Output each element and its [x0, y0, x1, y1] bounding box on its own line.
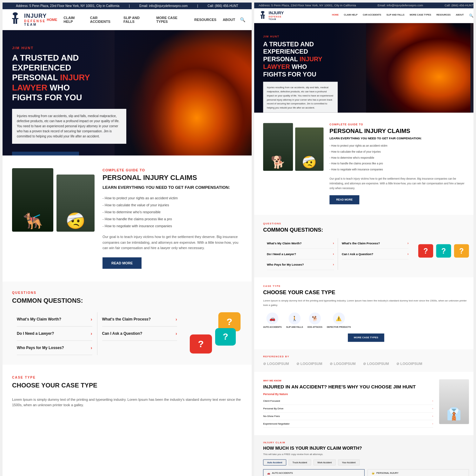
mini-case-defective[interactable]: ⚠️ DEFECTIVE PRODUCTS [327, 313, 351, 328]
mini-q-claim-worth[interactable]: What's My Claim Worth? › [267, 238, 334, 249]
mini-case-dog[interactable]: 🐕 DOG ATTACKS [307, 313, 322, 328]
pi-item-3: How to determine who's responsible [102, 208, 242, 215]
chevron-right-icon: › [175, 331, 177, 336]
hero-title: A TRUSTED AND EXPERIENCEDPERSONAL INJURY… [12, 53, 126, 102]
mini-acc-personal[interactable]: 🤕 PERSONAL INJURY [367, 469, 469, 476]
mini-q-text: Can I Ask a Question? [342, 252, 373, 256]
mini-site: Address: 5 Penn Plaza, 23rd Floor New Yo… [254, 3, 473, 476]
mini-acc-auto[interactable]: 🚗 AUTO ACCIDENTS [263, 469, 365, 476]
mini-nav: INJURY DEFENSE TEAM HOME CLAIM HELP CAR … [254, 8, 473, 23]
mini-read-more-button[interactable]: READ MORE [329, 195, 359, 204]
nav-home[interactable]: HOME [47, 18, 57, 22]
mini-chevron-icon: › [333, 252, 334, 256]
search-icon[interactable]: 🔍 [240, 17, 245, 22]
mini-tab-auto[interactable]: Auto Accident [263, 459, 286, 466]
svg-point-6 [261, 11, 264, 13]
pi-item-4: How to handle the claims process like a … [102, 215, 242, 222]
mini-logo-icon [259, 11, 267, 20]
nav-links: HOME CLAIM HELP CAR ACCIDENTS SLIP AND F… [47, 16, 235, 23]
mini-nav-resources[interactable]: RESOURCES [436, 14, 451, 18]
questions-left-col: What's My Claim Worth? › Do I Need a Law… [12, 312, 97, 355]
chevron-right-icon: › [91, 345, 92, 350]
mini-nav-claim[interactable]: CLAIM HELP [344, 14, 358, 18]
mini-q-text: What's the Claim Process? [342, 242, 380, 245]
mini-hero-title: A TRUSTED AND EXPERIENCEDPERSONAL INJURY… [263, 40, 342, 78]
mini-nav-slip[interactable]: SLIP AND FALLS [387, 14, 405, 18]
chevron-right-icon: › [91, 317, 92, 322]
mini-logo-team: TEAM [269, 18, 276, 21]
mini-q-pays-losses[interactable]: Who Pays for My Losses? › [267, 259, 334, 270]
question-claim-worth[interactable]: What's My Claim Worth? › [17, 312, 92, 327]
mini-case-slip[interactable]: 🚶 SLIP AND FALLS [286, 313, 303, 328]
mini-logo-2: ⊘ LOGOIPSUM [296, 362, 322, 366]
mini-q-text: Who Pays for My Losses? [267, 263, 304, 266]
logo[interactable]: INJURY DEFENSE TEAM [9, 12, 47, 27]
mini-worth-title: HOW MUCH IS YOUR INJURY CLAIM WORTH? [263, 446, 469, 451]
mini-nav-home[interactable]: HOME [332, 14, 339, 18]
mini-jim-quality-4[interactable]: Experienced Negotiator › [263, 420, 433, 428]
svg-rect-2 [12, 18, 18, 19]
mini-case-section: CASE TYPE CHOOSE YOUR CASE TYPE Lorem Ip… [254, 277, 473, 349]
mini-questions-section: QUESTIONS COMMON QUESTIONS: What's My Cl… [254, 215, 473, 277]
mini-tab-truck[interactable]: Truck Accident [288, 459, 311, 466]
mini-jim-content: WHY WE KNOW INJURED IN AN ACCIDENT? HERE… [263, 379, 433, 428]
read-more-button[interactable]: READ MORE [102, 257, 142, 269]
mini-jim-quality-1[interactable]: Client Focused › [263, 397, 433, 405]
question-ask-question[interactable]: Can I Ask a Question? › [102, 327, 177, 341]
mini-logo-5: ⊘ LOGOIPSUM [396, 362, 422, 366]
mini-nav-car[interactable]: CAR ACCIDENTS [363, 14, 381, 18]
nav-resources[interactable]: RESOURCES [194, 18, 216, 22]
free-consultation-button[interactable]: FREE CONSULTATION [12, 152, 79, 155]
nav-about[interactable]: ABOUT [223, 18, 235, 22]
mini-logo-3: ⊘ LOGOIPSUM [330, 362, 355, 366]
question-need-lawyer[interactable]: Do I Need a Lawyer? › [17, 327, 92, 341]
mini-top-bar: Address: 5 Penn Plaza, 23rd Floor New Yo… [254, 3, 473, 8]
mini-q-claim-process[interactable]: What's the Claim Process? › [342, 238, 409, 249]
nav-slip-falls[interactable]: SLIP AND FALLS [123, 16, 150, 23]
mini-nav-more[interactable]: MORE CASE TYPES [410, 14, 431, 18]
mini-quality-text: Client Focused [263, 400, 280, 402]
mini-tab-your[interactable]: Your Accident [338, 459, 360, 466]
question-pays-losses[interactable]: Who Pays for My Losses? › [17, 341, 92, 355]
mini-pi-list: - How to protect your rights as an accid… [329, 143, 469, 173]
mini-q-need-lawyer[interactable]: Do I Need a Lawyer? › [267, 249, 334, 259]
mini-logo-text: INJURY DEFENSE TEAM [269, 10, 284, 21]
mini-logo: INJURY DEFENSE TEAM [259, 10, 284, 21]
mini-jim-quality-3[interactable]: No-Show Fees › [263, 413, 433, 420]
logo-team: TEAM [24, 23, 47, 26]
pi-content: COMPLETE GUIDE TO PERSONAL INJURY CLAIMS… [102, 168, 242, 269]
logo-text: INJURY DEFENSE TEAM [24, 13, 47, 26]
mini-bubble-pink: ? [418, 244, 433, 257]
mini-car-icon: 🚗 [267, 472, 270, 475]
mini-slip-label: SLIP AND FALLS [286, 326, 303, 328]
question-text: Do I Need a Lawyer? [17, 331, 54, 336]
mini-tab-work[interactable]: Work Accident [314, 459, 336, 466]
pi-title: PERSONAL INJURY CLAIMS [102, 174, 242, 182]
mini-case-auto[interactable]: 🚗 AUTO ACCIDENTS [263, 313, 281, 328]
mini-q-ask-question[interactable]: Can I Ask a Question? › [342, 249, 409, 259]
mini-slip-icon: 🚶 [288, 313, 301, 325]
mini-jim-qualities: Client Focused › Personal By Drive › No-… [263, 397, 433, 428]
chevron-right-icon: › [91, 331, 92, 336]
mini-case-title: CHOOSE YOUR CASE TYPE [263, 289, 469, 296]
mini-search-icon[interactable]: 🔍 [469, 14, 473, 18]
question-bubble-pink: ? [190, 334, 212, 354]
attorney-name: JIM HUNT [12, 46, 126, 50]
mini-quality-arrow: › [432, 407, 433, 410]
mini-nav-about[interactable]: ABOUT [456, 14, 464, 18]
mini-more-case-types-button[interactable]: MORE CASE TYPES [348, 334, 384, 342]
separator: | [129, 4, 130, 8]
mini-bubble-teal: ? [436, 244, 451, 257]
top-bar: Address: 5 Penn Plaza, 23rd Floor New Yo… [3, 3, 252, 9]
question-claim-process[interactable]: What's the Claim Process? › [102, 312, 177, 327]
mini-jim-quality-2[interactable]: Personal By Drive › [263, 405, 433, 413]
mini-quality-text: Experienced Negotiator [263, 422, 290, 425]
mini-q-text: Do I Need a Lawyer? [267, 252, 296, 256]
mini-jim-section: WHY WE KNOW INJURED IN AN ACCIDENT? HERE… [254, 372, 473, 435]
nav-claim-help[interactable]: CLAIM HELP [63, 16, 83, 23]
nav-car-accidents[interactable]: CAR ACCIDENTS [90, 16, 117, 23]
mini-questions-label: QUESTIONS [263, 222, 469, 225]
nav-more[interactable]: MORE CASE TYPES [156, 16, 188, 23]
mini-logo-4: ⊘ LOGOIPSUM [363, 362, 389, 366]
mini-q-right: What's the Claim Process? › Can I Ask a … [338, 238, 412, 270]
